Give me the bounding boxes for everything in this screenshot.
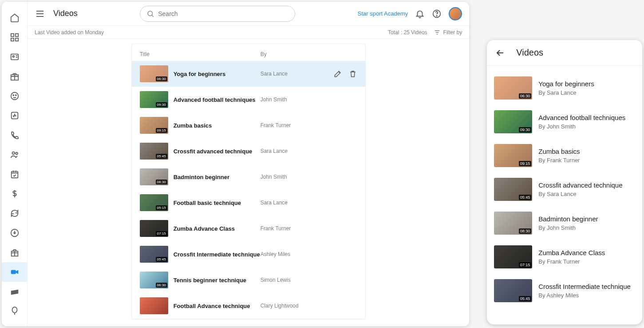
group-icon: [10, 150, 20, 160]
table-header: Title By: [132, 44, 365, 61]
sidebar-item-activity[interactable]: [5, 106, 24, 125]
table-row[interactable]: 05:45Crossfit Intermediate techniqueAshl…: [132, 241, 365, 267]
video-info: Crossfit advanced techniqueBy Sara Lance: [538, 178, 622, 201]
sidebar-item-calls[interactable]: [5, 125, 24, 145]
video-author: John Smith: [261, 174, 357, 180]
mobile-video-list[interactable]: 06:30Yoga for beginnersBy Sara Lance09:3…: [487, 66, 642, 324]
video-title: Zumba basics: [538, 148, 580, 155]
video-author: Sara Lance: [261, 148, 357, 154]
list-item[interactable]: 08:30Badminton beginnerBy John Smith: [494, 206, 635, 240]
svg-rect-1: [15, 34, 18, 36]
svg-point-5: [12, 56, 14, 57]
video-title: Advanced football techniques: [538, 114, 625, 121]
video-title: Crossfit advanced technique: [174, 148, 261, 155]
filter-button[interactable]: Filter by: [434, 29, 462, 36]
sidebar-item-rewards[interactable]: [5, 243, 24, 262]
row-actions: [333, 69, 357, 78]
table-row[interactable]: 06:30Yoga for beginnersSara Lance: [132, 61, 365, 87]
sidebar-item-more[interactable]: [5, 301, 24, 321]
sidebar-item-download[interactable]: [5, 223, 24, 243]
sidebar-nav: [2, 2, 28, 326]
duration-badge: 05:45: [519, 296, 532, 301]
video-info: Zumba Advance ClassBy Frank Turner: [538, 245, 605, 268]
bell-icon[interactable]: [415, 9, 425, 19]
sidebar-item-packages[interactable]: [5, 67, 24, 86]
svg-point-9: [15, 95, 16, 96]
list-item[interactable]: 06:30Yoga for beginnersBy Sara Lance: [494, 71, 635, 105]
edit-icon[interactable]: [333, 69, 342, 78]
table-row[interactable]: Football Advance techniqueClary Lightwoo…: [132, 293, 365, 319]
video-thumbnail: 05:45: [140, 246, 168, 263]
video-author: By Frank Turner: [538, 258, 605, 265]
video-title: Football basic technique: [174, 200, 261, 206]
last-added-label: Last Video added on Monday: [35, 29, 104, 36]
dashboard-icon: [10, 32, 20, 42]
table-row[interactable]: 09:30Advanced football techniquesJohn Sm…: [132, 87, 365, 112]
video-info: Yoga for beginnersBy Sara Lance: [538, 76, 594, 100]
desktop-app-window: Videos Star sport Academy Last Video add…: [2, 2, 469, 326]
video-author: By Sara Lance: [538, 191, 622, 197]
menu-icon[interactable]: [35, 8, 45, 19]
sidebar-item-schedule[interactable]: [5, 164, 24, 184]
duration-badge: 09:15: [156, 128, 167, 133]
sidebar-item-videos[interactable]: [2, 262, 28, 282]
event-icon: [10, 169, 20, 179]
list-item[interactable]: 07:15Zumba Advance ClassBy Frank Turner: [494, 240, 635, 274]
duration-badge: 06:30: [519, 93, 532, 99]
video-thumbnail: 09:30: [494, 110, 532, 133]
table-row[interactable]: 08:30Badminton beginnerJohn Smith: [132, 164, 365, 190]
delete-icon[interactable]: [348, 69, 357, 78]
video-author: Ashley Miles: [261, 251, 357, 257]
table-row[interactable]: 05:45Crossfit advanced techniqueSara Lan…: [132, 138, 365, 164]
svg-point-7: [11, 92, 18, 100]
table-row[interactable]: 07:15Zumba Advance ClassFrank Turner: [132, 216, 365, 241]
list-item[interactable]: 05:45Crossfit advanced techniqueBy Sara …: [494, 172, 635, 206]
search-box[interactable]: [140, 6, 295, 22]
sidebar-item-sync[interactable]: [5, 204, 24, 223]
table-row[interactable]: 06:30Tennis beginner techniqueSimon Lewi…: [132, 267, 365, 293]
subbar: Last Video added on Monday Total : 25 Vi…: [28, 26, 469, 39]
search-input[interactable]: [158, 10, 288, 17]
table-row[interactable]: 09:15Zumba basicsFrank Turner: [132, 112, 365, 138]
col-header-title: Title: [140, 51, 261, 57]
sidebar-item-billing[interactable]: [5, 184, 24, 204]
video-author: By John Smith: [538, 123, 625, 130]
sidebar-item-members[interactable]: [5, 47, 24, 67]
sidebar-item-profile[interactable]: [5, 86, 24, 106]
video-thumbnail: 06:30: [140, 272, 168, 288]
video-title: Yoga for beginners: [174, 71, 261, 77]
balloon-icon: [10, 306, 20, 316]
video-info: Badminton beginnerBy John Smith: [538, 212, 598, 235]
back-icon[interactable]: [495, 48, 506, 58]
video-thumbnail: 06:30: [140, 65, 168, 82]
list-item[interactable]: 09:15Zumba basicsBy Frank Turner: [494, 139, 635, 172]
list-item[interactable]: 05:45Crossfit Intermediate techniqueBy A…: [494, 274, 635, 308]
avatar[interactable]: [449, 7, 462, 20]
sidebar-item-staff[interactable]: [5, 145, 24, 164]
sidebar-item-dashboard[interactable]: [5, 28, 24, 47]
sidebar-item-home[interactable]: [5, 8, 24, 28]
video-author: John Smith: [261, 96, 357, 103]
card-icon: [10, 287, 20, 296]
sidebar-item-payments[interactable]: [5, 282, 24, 301]
video-author: Frank Turner: [261, 122, 357, 128]
gift2-icon: [10, 248, 20, 257]
duration-badge: 06:30: [156, 283, 167, 288]
home-icon: [10, 13, 20, 23]
table-row[interactable]: 05:15Football basic techniqueSara Lance: [132, 190, 365, 216]
topbar: Videos Star sport Academy: [28, 2, 469, 26]
phone-icon: [10, 130, 20, 140]
duration-badge: 05:45: [519, 195, 532, 200]
video-thumbnail: 08:30: [494, 212, 532, 235]
video-title: Badminton beginner: [538, 215, 598, 223]
svg-point-8: [13, 95, 14, 96]
video-title: Tennis beginner technique: [174, 277, 261, 284]
video-title: Advanced football techniques: [174, 96, 261, 103]
list-item[interactable]: 09:30Advanced football techniquesBy John…: [494, 105, 635, 139]
org-link[interactable]: Star sport Academy: [358, 10, 408, 17]
video-title: Zumba Advance Class: [174, 225, 261, 232]
video-title: Crossfit advanced technique: [538, 181, 622, 189]
video-thumbnail: 05:15: [140, 194, 168, 211]
sync-icon: [10, 208, 20, 218]
help-icon[interactable]: [432, 9, 442, 19]
